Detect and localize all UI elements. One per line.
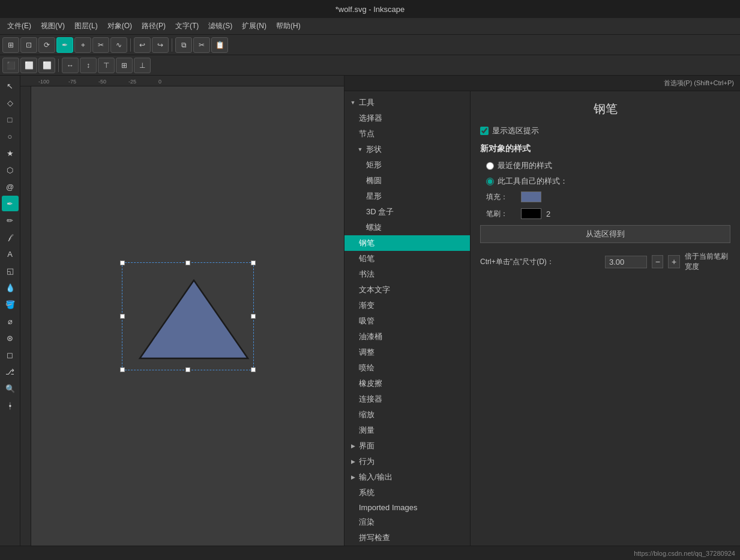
tree-item-node[interactable]: 节点 xyxy=(344,126,470,142)
connector-tool-btn[interactable]: ⎇ xyxy=(2,364,19,379)
tree-item-connector[interactable]: 连接器 xyxy=(344,391,470,407)
spray-tool-btn[interactable]: ⊛ xyxy=(2,330,19,346)
canvas-area[interactable]: -100 -75 -50 -25 0 xyxy=(20,76,344,546)
select-tool-btn[interactable]: ↖ xyxy=(2,78,19,94)
tree-item-textobj[interactable]: 文本文字 xyxy=(344,282,470,298)
align-mid-btn[interactable]: ⊞ xyxy=(116,58,133,73)
fill-color-swatch[interactable] xyxy=(521,191,541,202)
ctrl-minus-btn[interactable]: − xyxy=(652,255,663,268)
3d-tool-btn[interactable]: ⬡ xyxy=(2,162,19,178)
radio-own-style-label: 此工具自己的样式： xyxy=(498,176,568,187)
star-tool-btn[interactable]: ★ xyxy=(2,145,19,161)
menu-path[interactable]: 路径(P) xyxy=(137,20,170,32)
rect-tool-btn[interactable]: □ xyxy=(2,112,19,127)
dist-v-btn[interactable]: ↕ xyxy=(80,58,97,73)
spiral-tool-btn[interactable]: @ xyxy=(2,179,19,194)
dist-h-btn[interactable]: ↔ xyxy=(62,58,79,73)
menu-view[interactable]: 视图(V) xyxy=(36,20,70,32)
fill-label: 填充： xyxy=(486,192,516,202)
tree-item-system[interactable]: 系统 xyxy=(344,485,470,501)
tree-section-behavior[interactable]: ▶ 行为 xyxy=(344,454,470,469)
tree-item-paint[interactable]: 油漆桶 xyxy=(344,329,470,345)
tree-section-interface-label: 界面 xyxy=(359,441,375,451)
align-top-btn[interactable]: ⊤ xyxy=(98,58,115,73)
prefs-header-bar: 首选项(P) (Shift+Ctrl+P) xyxy=(344,76,740,91)
eyedrop-tool-btn[interactable]: 💧 xyxy=(2,280,19,295)
tree-item-gradient[interactable]: 渐变 xyxy=(344,298,470,313)
tree-item-render[interactable]: 渲染 xyxy=(344,514,470,530)
tree-item-rect[interactable]: 矩形 xyxy=(344,157,470,173)
curve-btn[interactable]: ∿ xyxy=(110,37,127,53)
ctrl-click-input[interactable] xyxy=(605,256,647,268)
node-tool-btn[interactable]: ◇ xyxy=(2,95,19,110)
measure-tool-btn[interactable]: ⍿ xyxy=(2,397,19,413)
tree-section-tools[interactable]: ▼ 工具 xyxy=(344,95,470,110)
tree-item-measure[interactable]: 测量 xyxy=(344,423,470,438)
zoom-btn[interactable]: ⊡ xyxy=(20,37,37,53)
tree-item-adjust[interactable]: 调整 xyxy=(344,345,470,360)
menu-layer[interactable]: 图层(L) xyxy=(70,20,103,32)
cut-btn[interactable]: ✂ xyxy=(193,37,210,53)
tree-item-pen[interactable]: 钢笔 xyxy=(344,235,470,251)
tree-section-shapes[interactable]: ▼ 形状 xyxy=(344,142,470,157)
radio-last-used[interactable] xyxy=(486,162,494,170)
undo-btn[interactable]: ↩ xyxy=(134,37,151,53)
tree-item-zoom[interactable]: 缩放 xyxy=(344,407,470,423)
tree-item-eyedrop[interactable]: 吸管 xyxy=(344,313,470,329)
scissors-btn[interactable]: ✂ xyxy=(92,37,109,53)
adjust-tool-btn[interactable]: ⌀ xyxy=(2,313,19,329)
ellipse-tool-btn[interactable]: ○ xyxy=(2,128,19,144)
tree-item-selector[interactable]: 选择器 xyxy=(344,110,470,126)
pen-tool-left-btn[interactable]: ✒ xyxy=(2,196,19,211)
zoom-tool-btn[interactable]: 🔍 xyxy=(2,381,19,396)
align-right-btn[interactable]: ⬜ xyxy=(38,58,55,73)
prefs-title: 钢笔 xyxy=(480,101,730,117)
tree-item-spell[interactable]: 拼写检查 xyxy=(344,530,470,546)
tree-section-io[interactable]: ▶ 输入/输出 xyxy=(344,469,470,485)
ctrl-plus-btn[interactable]: + xyxy=(668,255,679,268)
align-left-btn[interactable]: ⬛ xyxy=(2,58,19,73)
ctrl-click-row: Ctrl+单击"点"尺寸(D)： − + 倍于当前笔刷宽度 xyxy=(480,251,730,272)
radio-own-style[interactable] xyxy=(486,178,494,185)
pencil-tool-btn[interactable]: ✏ xyxy=(2,212,19,228)
node-btn[interactable]: ⌖ xyxy=(74,37,91,53)
tree-item-spiral[interactable]: 螺旋 xyxy=(344,220,470,235)
canvas-content[interactable] xyxy=(31,86,344,546)
tree-section-interface[interactable]: ▶ 界面 xyxy=(344,438,470,454)
align-bot-btn[interactable]: ⊥ xyxy=(134,58,151,73)
menu-object[interactable]: 对象(O) xyxy=(103,20,137,32)
align-center-btn[interactable]: ⬜ xyxy=(20,58,37,73)
svg-canvas[interactable] xyxy=(122,262,254,370)
eraser-tool-btn[interactable]: ◻ xyxy=(2,347,19,363)
tree-item-3dbox[interactable]: 3D 盒子 xyxy=(344,204,470,220)
toolbar-row-2: ⬛ ⬜ ⬜ ↔ ↕ ⊤ ⊞ ⊥ xyxy=(0,55,740,76)
tree-item-eraser[interactable]: 橡皮擦 xyxy=(344,376,470,391)
prefs-shortcut: 首选项(P) (Shift+Ctrl+P) xyxy=(664,79,734,88)
menu-file[interactable]: 文件(E) xyxy=(2,20,36,32)
paste-btn[interactable]: 📋 xyxy=(211,37,228,53)
menu-extend[interactable]: 扩展(N) xyxy=(237,20,271,32)
rotate-btn[interactable]: ⟳ xyxy=(38,37,55,53)
snap-btn[interactable]: ⊞ xyxy=(2,37,19,53)
tree-item-star[interactable]: 星形 xyxy=(344,188,470,204)
tree-item-spray[interactable]: 喷绘 xyxy=(344,360,470,376)
menu-filter[interactable]: 滤镜(S) xyxy=(203,20,237,32)
callig-tool-btn[interactable]: 𝒻 xyxy=(2,229,19,245)
copy-btn[interactable]: ⧉ xyxy=(175,37,192,53)
paint-tool-btn[interactable]: 🪣 xyxy=(2,297,19,312)
tree-item-callig[interactable]: 书法 xyxy=(344,266,470,282)
sep2 xyxy=(172,38,172,52)
menu-help[interactable]: 帮助(H) xyxy=(271,20,305,32)
tree-item-imported-images[interactable]: Imported Images xyxy=(344,501,470,514)
title-bar: *wolf.svg - Inkscape xyxy=(0,0,740,18)
show-selection-hint-checkbox[interactable] xyxy=(480,127,489,135)
redo-btn[interactable]: ↪ xyxy=(152,37,169,53)
pen-tool-btn[interactable]: ✒ xyxy=(56,37,73,53)
text-tool-btn[interactable]: A xyxy=(2,246,19,262)
menu-text[interactable]: 文字(T) xyxy=(170,20,203,32)
tree-item-pencil[interactable]: 铅笔 xyxy=(344,251,470,266)
from-selection-btn[interactable]: 从选区得到 xyxy=(480,225,730,243)
tree-item-ellipse[interactable]: 椭圆 xyxy=(344,173,470,188)
gradient-tool-btn[interactable]: ◱ xyxy=(2,263,19,278)
stroke-color-swatch[interactable] xyxy=(521,208,541,219)
